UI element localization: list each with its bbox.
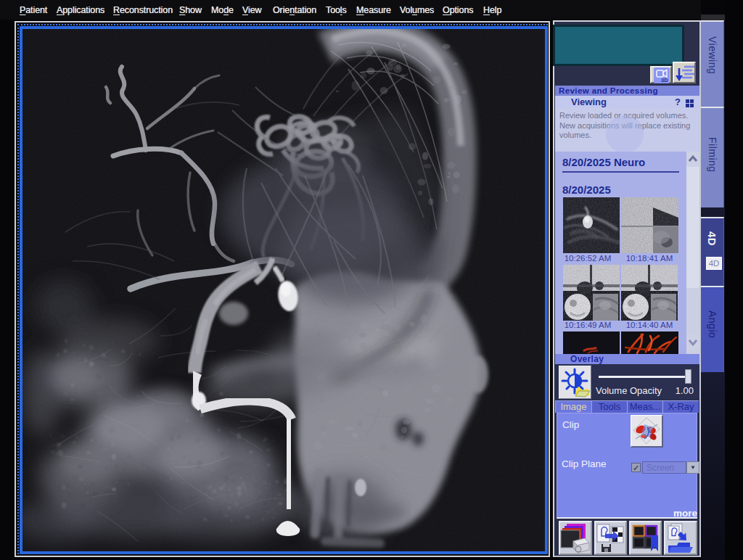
svg-text:3D: 3D <box>661 77 668 83</box>
